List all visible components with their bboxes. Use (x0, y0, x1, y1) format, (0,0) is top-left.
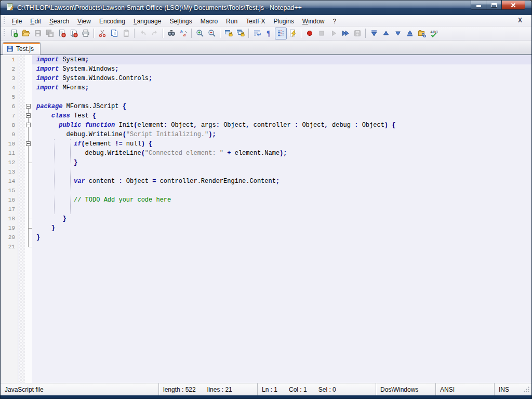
spell-check-button[interactable]: ABC (428, 28, 440, 39)
code-text[interactable]: debug.WriteLine("Connected element: " + … (32, 149, 531, 158)
code-text[interactable] (32, 205, 531, 214)
bookmark-cell[interactable] (19, 223, 25, 233)
code-line-16[interactable]: 16 // TODO Add your code here (1, 195, 531, 205)
maximize-button[interactable] (486, 1, 501, 10)
menu-item-search[interactable]: Search (45, 16, 73, 26)
bookmark-cell[interactable] (19, 242, 25, 251)
status-cursor-position[interactable]: Ln : 1 Col : 1 Sel : 0 (257, 383, 376, 395)
menu-item-plugins[interactable]: Plugins (269, 16, 298, 26)
code-text[interactable]: import MForms; (32, 83, 531, 92)
find-button[interactable] (165, 28, 177, 39)
fold-collapse-marker[interactable] (25, 121, 32, 130)
open-containing-folder-button[interactable] (416, 28, 428, 39)
code-text[interactable]: // TODO Add your code here (32, 195, 531, 205)
nav-last-button[interactable] (404, 28, 416, 39)
sync-vertical-button[interactable] (222, 28, 234, 39)
code-text[interactable] (32, 92, 531, 102)
code-text[interactable]: } (32, 223, 531, 233)
code-line-3[interactable]: 3import System.Windows.Controls; (1, 74, 531, 83)
tab-testjs[interactable]: Test.js (3, 42, 41, 55)
bookmark-cell[interactable] (19, 186, 25, 195)
status-encoding[interactable]: ANSI (435, 383, 494, 395)
menu-item-[interactable]: ? (329, 16, 341, 26)
toolbar-grip-handle[interactable] (4, 29, 5, 37)
line-number[interactable]: 6 (1, 102, 19, 111)
user-define-dialog-button[interactable] (287, 28, 299, 39)
zoom-in-button[interactable] (194, 28, 206, 39)
record-macro-button[interactable] (303, 28, 315, 39)
code-text[interactable]: } (32, 158, 531, 167)
show-all-characters-button[interactable]: ¶ (263, 28, 275, 39)
copy-button[interactable] (108, 28, 120, 39)
line-number[interactable]: 17 (1, 205, 19, 214)
code-text[interactable]: } (32, 214, 531, 223)
bookmark-cell[interactable] (19, 167, 25, 177)
line-number[interactable]: 3 (1, 74, 19, 83)
line-number[interactable]: 4 (1, 83, 19, 92)
line-number[interactable]: 20 (1, 233, 19, 242)
bookmark-cell[interactable] (19, 149, 25, 158)
code-text[interactable]: import System.Windows.Controls; (32, 74, 531, 83)
menu-grip-handle[interactable] (4, 17, 5, 25)
menu-item-edit[interactable]: Edit (26, 16, 45, 26)
bookmark-cell[interactable] (19, 205, 25, 214)
line-number[interactable]: 19 (1, 223, 19, 233)
line-number[interactable]: 12 (1, 158, 19, 167)
status-insert-mode[interactable]: INS (494, 383, 531, 395)
editor-area[interactable]: 1import System;2import System.Windows;3i… (1, 55, 531, 383)
resize-grip[interactable] (522, 385, 531, 395)
menu-item-encoding[interactable]: Encoding (95, 16, 129, 26)
code-text[interactable]: import System.Windows; (32, 64, 531, 74)
code-line-9[interactable]: 9 debug.WriteLine("Script Initializing."… (1, 130, 531, 139)
line-number[interactable]: 7 (1, 111, 19, 121)
line-number[interactable]: 13 (1, 167, 19, 177)
menu-item-view[interactable]: View (73, 16, 95, 26)
line-number[interactable]: 21 (1, 242, 19, 251)
nav-next-button[interactable] (392, 28, 404, 39)
minimize-button[interactable] (471, 1, 486, 10)
code-text[interactable] (32, 242, 531, 251)
code-line-2[interactable]: 2import System.Windows; (1, 64, 531, 74)
line-number[interactable]: 10 (1, 139, 19, 149)
code-line-12[interactable]: 12 } (1, 158, 531, 167)
bookmark-cell[interactable] (19, 111, 25, 121)
bookmark-cell[interactable] (19, 83, 25, 92)
code-line-14[interactable]: 14 var content : Object = controller.Ren… (1, 177, 531, 186)
nav-prev-button[interactable] (380, 28, 392, 39)
code-line-19[interactable]: 19 } (1, 223, 531, 233)
fold-collapse-marker[interactable] (25, 102, 32, 111)
bookmark-cell[interactable] (19, 214, 25, 223)
code-line-15[interactable]: 15 (1, 186, 531, 195)
bookmark-cell[interactable] (19, 74, 25, 83)
code-text[interactable]: } (32, 233, 531, 242)
line-number[interactable]: 1 (1, 55, 19, 64)
show-indent-guide-button[interactable] (275, 28, 287, 39)
code-line-6[interactable]: 6package MForms.JScript { (1, 102, 531, 111)
bookmark-cell[interactable] (19, 64, 25, 74)
bookmark-cell[interactable] (19, 130, 25, 139)
bookmark-cell[interactable] (19, 195, 25, 205)
line-number[interactable]: 2 (1, 64, 19, 74)
zoom-out-button[interactable] (206, 28, 218, 39)
code-text[interactable]: class Test { (32, 111, 531, 121)
code-line-17[interactable]: 17 (1, 205, 531, 214)
code-line-18[interactable]: 18 } (1, 214, 531, 223)
menu-item-macro[interactable]: Macro (196, 16, 222, 26)
run-macro-multiple-button[interactable] (339, 28, 351, 39)
code-line-10[interactable]: 10 if(element != null) { (1, 139, 531, 149)
line-number[interactable]: 5 (1, 92, 19, 102)
code-line-4[interactable]: 4import MForms; (1, 83, 531, 92)
status-eol-format[interactable]: Dos\Windows (376, 383, 435, 395)
print-button[interactable] (79, 28, 91, 39)
code-text[interactable]: debug.WriteLine("Script Initializing."); (32, 130, 531, 139)
code-text[interactable] (32, 186, 531, 195)
menu-item-settings[interactable]: Settings (165, 16, 196, 26)
code-line-13[interactable]: 13 (1, 167, 531, 177)
line-number[interactable]: 8 (1, 121, 19, 130)
fold-collapse-marker[interactable] (25, 139, 32, 149)
bookmark-cell[interactable] (19, 158, 25, 167)
line-number[interactable]: 15 (1, 186, 19, 195)
menu-item-language[interactable]: Language (129, 16, 165, 26)
bookmark-cell[interactable] (19, 92, 25, 102)
fold-collapse-marker[interactable] (25, 111, 32, 121)
